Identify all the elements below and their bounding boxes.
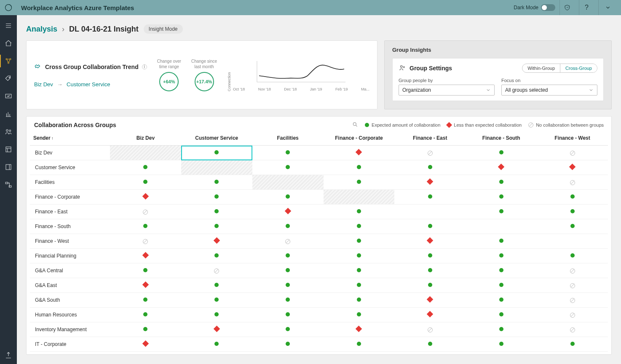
matrix-cell[interactable] — [466, 278, 537, 293]
matrix-cell[interactable] — [252, 160, 324, 175]
matrix-cell[interactable] — [466, 175, 537, 190]
matrix-cell[interactable] — [181, 234, 252, 249]
matrix-cell[interactable] — [466, 205, 537, 219]
matrix-cell[interactable] — [181, 205, 252, 219]
matrix-cell[interactable] — [110, 308, 181, 322]
matrix-cell[interactable] — [252, 234, 324, 249]
matrix-cell[interactable] — [466, 308, 537, 322]
matrix-cell[interactable] — [324, 308, 395, 322]
matrix-cell[interactable] — [537, 249, 608, 263]
matrix-cell[interactable] — [466, 293, 537, 308]
matrix-cell[interactable] — [324, 234, 395, 249]
search-icon[interactable] — [352, 122, 358, 128]
matrix-cell[interactable] — [324, 146, 395, 160]
matrix-cell[interactable] — [181, 337, 252, 352]
matrix-cell[interactable] — [324, 263, 395, 278]
matrix-cell[interactable] — [252, 263, 324, 278]
help-icon[interactable]: ? — [579, 0, 594, 15]
tag-icon[interactable] — [0, 70, 17, 88]
col-header[interactable]: Finance - West — [537, 131, 608, 146]
matrix-cell[interactable] — [537, 205, 608, 219]
matrix-cell[interactable] — [537, 146, 608, 160]
matrix-cell[interactable] — [394, 337, 466, 352]
matrix-cell[interactable] — [110, 278, 181, 293]
matrix-cell[interactable] — [181, 190, 252, 205]
matrix-cell[interactable] — [252, 322, 324, 337]
matrix-cell[interactable] — [181, 322, 252, 337]
matrix-cell[interactable] — [537, 293, 608, 308]
matrix-cell[interactable] — [252, 146, 324, 160]
path-from[interactable]: Biz Dev — [34, 81, 53, 88]
matrix-cell[interactable] — [110, 249, 181, 263]
matrix-cell[interactable] — [466, 263, 537, 278]
matrix-cell[interactable] — [110, 175, 181, 190]
matrix-cell[interactable] — [394, 146, 466, 160]
presentation-icon[interactable] — [0, 88, 17, 105]
matrix-cell[interactable] — [110, 234, 181, 249]
matrix-cell[interactable] — [324, 249, 395, 263]
feedback-icon[interactable] — [559, 0, 575, 15]
matrix-cell[interactable] — [324, 205, 395, 219]
matrix-cell[interactable] — [181, 308, 252, 322]
matrix-cell[interactable] — [394, 322, 466, 337]
matrix-cell[interactable] — [181, 293, 252, 308]
matrix-cell[interactable] — [394, 278, 466, 293]
toggle-switch-icon[interactable] — [541, 4, 555, 11]
matrix-cell[interactable] — [466, 234, 537, 249]
matrix-cell[interactable] — [394, 308, 466, 322]
matrix-cell[interactable] — [394, 293, 466, 308]
path-to[interactable]: Customer Service — [67, 81, 110, 88]
matrix-cell[interactable] — [252, 308, 324, 322]
matrix-cell[interactable] — [252, 337, 324, 352]
group-scope-segmented[interactable]: Within-Group Cross-Group — [522, 64, 597, 73]
matrix-cell[interactable] — [181, 278, 252, 293]
matrix-cell[interactable] — [181, 175, 252, 190]
flow-icon[interactable] — [0, 176, 17, 194]
matrix-cell[interactable] — [324, 160, 395, 175]
matrix-cell[interactable] — [110, 322, 181, 337]
matrix-cell[interactable] — [252, 205, 324, 219]
matrix-cell[interactable] — [252, 190, 324, 205]
matrix-cell[interactable] — [466, 249, 537, 263]
matrix-cell[interactable] — [110, 337, 181, 352]
matrix-cell[interactable] — [537, 263, 608, 278]
matrix-cell[interactable] — [181, 249, 252, 263]
matrix-cell[interactable] — [466, 160, 537, 175]
matrix-cell[interactable] — [537, 234, 608, 249]
matrix-cell[interactable] — [324, 175, 395, 190]
col-sender[interactable]: Sender↑ — [30, 131, 110, 146]
home-icon[interactable] — [0, 35, 17, 52]
matrix-cell[interactable] — [181, 263, 252, 278]
matrix-cell[interactable] — [110, 263, 181, 278]
matrix-cell[interactable] — [466, 322, 537, 337]
col-header[interactable]: Finance - East — [394, 131, 466, 146]
chart-icon[interactable] — [0, 105, 17, 123]
expand-chevron-icon[interactable] — [598, 0, 617, 15]
matrix-cell[interactable] — [537, 308, 608, 322]
seg-cross-group[interactable]: Cross-Group — [560, 64, 597, 72]
matrix-cell[interactable] — [537, 337, 608, 352]
matrix-cell[interactable] — [181, 219, 252, 234]
breadcrumb-root[interactable]: Analysis — [26, 25, 57, 33]
layout-icon[interactable] — [0, 141, 17, 158]
matrix-cell[interactable] — [537, 278, 608, 293]
network-icon[interactable] — [0, 52, 17, 70]
matrix-cell[interactable] — [537, 219, 608, 234]
upload-icon[interactable] — [0, 346, 17, 364]
people-icon[interactable] — [0, 123, 17, 141]
matrix-cell[interactable] — [324, 293, 395, 308]
matrix-cell[interactable] — [252, 293, 324, 308]
group-by-select[interactable]: Organization — [399, 85, 495, 96]
matrix-cell[interactable] — [181, 146, 252, 160]
matrix-cell[interactable] — [466, 219, 537, 234]
matrix-cell[interactable] — [394, 263, 466, 278]
matrix-cell[interactable] — [537, 190, 608, 205]
matrix-cell[interactable] — [110, 190, 181, 205]
matrix-cell[interactable] — [537, 160, 608, 175]
seg-within-group[interactable]: Within-Group — [522, 64, 560, 72]
matrix-cell[interactable] — [394, 249, 466, 263]
matrix-cell[interactable] — [537, 175, 608, 190]
info-icon[interactable]: i — [142, 64, 147, 69]
matrix-cell[interactable] — [394, 234, 466, 249]
insight-mode-badge[interactable]: Insight Mode — [144, 24, 183, 34]
